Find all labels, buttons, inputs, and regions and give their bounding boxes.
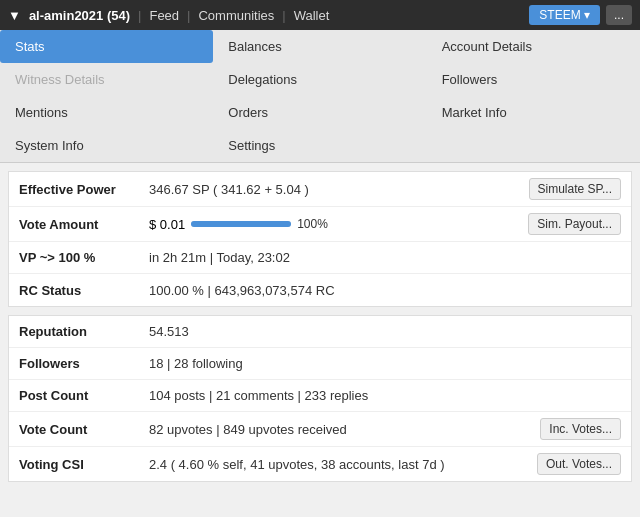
vote-percent: 100% [297, 217, 328, 231]
effective-power-label: Effective Power [19, 182, 149, 197]
vote-count-row: Vote Count 82 upvotes | 849 upvotes rece… [9, 412, 631, 447]
vote-amount-controls: $ 0.01 100% [149, 217, 328, 232]
reputation-value: 54.513 [149, 324, 621, 339]
vote-slider-fill [191, 221, 291, 227]
rc-status-label: RC Status [19, 283, 149, 298]
sep1: | [138, 8, 141, 23]
followers-value: 18 | 28 following [149, 356, 621, 371]
voting-csi-value: 2.4 ( 4.60 % self, 41 upvotes, 38 accoun… [149, 457, 537, 472]
wallet-link[interactable]: Wallet [294, 8, 330, 23]
menu-balances[interactable]: Balances [213, 30, 426, 63]
menu-mentions[interactable]: Mentions [0, 96, 213, 129]
post-count-row: Post Count 104 posts | 21 comments | 233… [9, 380, 631, 412]
reputation-row: Reputation 54.513 [9, 316, 631, 348]
arrow-icon: ▼ [8, 8, 21, 23]
voting-csi-row: Voting CSI 2.4 ( 4.60 % self, 41 upvotes… [9, 447, 631, 481]
menu-empty [427, 129, 640, 162]
vote-count-value: 82 upvotes | 849 upvotes received [149, 422, 540, 437]
feed-link[interactable]: Feed [149, 8, 179, 23]
sim-payout-button[interactable]: Sim. Payout... [528, 213, 621, 235]
vp-row: VP ~> 100 % in 2h 21m | Today, 23:02 [9, 242, 631, 274]
menu-orders[interactable]: Orders [213, 96, 426, 129]
post-count-value: 104 posts | 21 comments | 233 replies [149, 388, 621, 403]
post-count-label: Post Count [19, 388, 149, 403]
menu-market-info[interactable]: Market Info [427, 96, 640, 129]
menu-settings[interactable]: Settings [213, 129, 426, 162]
account-title: al-amin2021 (54) [29, 8, 130, 23]
menu-witness-details: Witness Details [0, 63, 213, 96]
sep2: | [187, 8, 190, 23]
rc-status-value: 100.00 % | 643,963,073,574 RC [149, 283, 621, 298]
followers-row: Followers 18 | 28 following [9, 348, 631, 380]
vote-dollar-value: $ 0.01 [149, 217, 185, 232]
reputation-label: Reputation [19, 324, 149, 339]
effective-power-value: 346.67 SP ( 341.62 + 5.04 ) [149, 182, 529, 197]
menu-followers[interactable]: Followers [427, 63, 640, 96]
sep3: | [282, 8, 285, 23]
inc-votes-button[interactable]: Inc. Votes... [540, 418, 621, 440]
vp-label: VP ~> 100 % [19, 250, 149, 265]
menu-grid: Stats Balances Account Details Witness D… [0, 30, 640, 163]
top-bar: ▼ al-amin2021 (54) | Feed | Communities … [0, 0, 640, 30]
simulate-sp-button[interactable]: Simulate SP... [529, 178, 621, 200]
vp-value: in 2h 21m | Today, 23:02 [149, 250, 621, 265]
menu-delegations[interactable]: Delegations [213, 63, 426, 96]
vote-amount-row: Vote Amount $ 0.01 100% Sim. Payout... [9, 207, 631, 242]
menu-account-details[interactable]: Account Details [427, 30, 640, 63]
menu-system-info[interactable]: System Info [0, 129, 213, 162]
menu-stats[interactable]: Stats [0, 30, 213, 63]
vote-slider[interactable] [191, 221, 291, 227]
communities-link[interactable]: Communities [198, 8, 274, 23]
followers-label: Followers [19, 356, 149, 371]
steem-button[interactable]: STEEM ▾ [529, 5, 600, 25]
voting-csi-label: Voting CSI [19, 457, 149, 472]
vote-count-label: Vote Count [19, 422, 149, 437]
effective-power-row: Effective Power 346.67 SP ( 341.62 + 5.0… [9, 172, 631, 207]
vote-amount-label: Vote Amount [19, 217, 149, 232]
out-votes-button[interactable]: Out. Votes... [537, 453, 621, 475]
stats-section-1: Effective Power 346.67 SP ( 341.62 + 5.0… [8, 171, 632, 307]
stats-section-2: Reputation 54.513 Followers 18 | 28 foll… [8, 315, 632, 482]
rc-status-row: RC Status 100.00 % | 643,963,073,574 RC [9, 274, 631, 306]
more-button[interactable]: ... [606, 5, 632, 25]
